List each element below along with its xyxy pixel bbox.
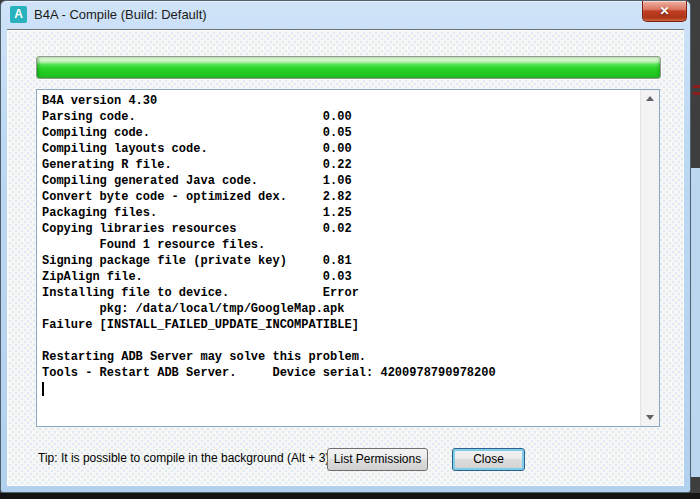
close-icon: ✕ [659,1,669,21]
arrow-down-icon [646,415,654,420]
scroll-up-button[interactable] [641,90,659,107]
window-title: B4A - Compile (Build: Default) [34,7,207,22]
tip-text: Tip: It is possible to compile in the ba… [38,451,333,465]
close-button[interactable]: Close [452,448,525,471]
scroll-down-button[interactable] [641,409,659,426]
b4a-app-icon: A [10,6,27,23]
background-bottom-strip [0,493,700,499]
background-red-mark [693,85,700,88]
console-output: B4A version 4.30 Parsing code. 0.00 Comp… [37,90,659,381]
background-red-mark [693,92,700,95]
arrow-up-icon [646,96,654,101]
background-window-strip [690,168,700,477]
compile-progress-bar [36,56,661,79]
progress-fill [37,57,660,78]
dialog-client-area: B4A version 4.30 Parsing code. 0.00 Comp… [7,29,684,486]
list-permissions-button[interactable]: List Permissions [327,448,428,471]
close-window-button[interactable]: ✕ [642,1,687,22]
compile-log-textbox[interactable]: B4A version 4.30 Parsing code. 0.00 Comp… [36,89,660,427]
compile-dialog-window: A B4A - Compile (Build: Default) ✕ B4A v… [0,0,691,493]
text-caret [42,382,44,396]
title-bar[interactable]: A B4A - Compile (Build: Default) [1,1,690,28]
vertical-scrollbar[interactable] [640,90,659,426]
